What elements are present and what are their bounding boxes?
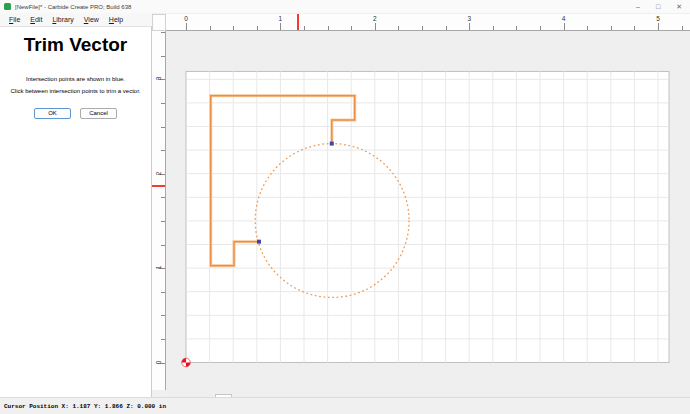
ok-button[interactable]: OK	[34, 108, 71, 119]
ruler-tick	[516, 26, 517, 30]
ruler-tick	[161, 339, 165, 340]
ruler-tick	[161, 245, 165, 246]
app-icon	[4, 3, 11, 10]
ruler-tick	[540, 26, 541, 30]
close-icon[interactable]: ✕	[676, 0, 682, 13]
ruler-label: 3	[155, 73, 162, 85]
window-title: [NewFile]* - Carbide Create PRO; Build 6…	[15, 4, 131, 10]
ruler-tick	[493, 26, 494, 30]
origin-marker-quadrant	[182, 358, 186, 362]
ruler-tick	[161, 103, 165, 104]
stock-area	[186, 71, 669, 362]
ruler-tick	[161, 32, 165, 33]
ruler-label: 4	[562, 15, 566, 22]
horizontal-ruler: 012345	[166, 14, 690, 31]
ruler-tick	[161, 292, 165, 293]
page-title: Trim Vector	[0, 34, 151, 56]
ruler-label: 1	[279, 15, 283, 22]
ruler-label: 2	[373, 15, 377, 22]
ruler-label: 1	[155, 262, 162, 274]
menu-item-view[interactable]: View	[79, 16, 104, 23]
panel-instructions: Intersection points are shown in blue. C…	[0, 73, 151, 97]
ruler-label: 5	[656, 15, 660, 22]
cursor-x-marker	[297, 14, 299, 31]
ruler-tick	[658, 23, 659, 30]
menu-item-library[interactable]: Library	[47, 16, 78, 23]
ruler-corner	[152, 14, 166, 31]
ruler-tick	[611, 26, 612, 30]
maximize-icon[interactable]: □	[656, 0, 660, 13]
ruler-label: 2	[155, 167, 162, 179]
ruler-tick	[328, 26, 329, 30]
design-viewport[interactable]	[166, 31, 690, 397]
ruler-tick	[422, 26, 423, 30]
ruler-tick	[280, 23, 281, 30]
ruler-tick	[186, 23, 187, 30]
ruler-tick	[682, 26, 683, 30]
ruler-tick	[304, 26, 305, 30]
window-controls: – □ ✕	[636, 0, 682, 13]
ruler-tick	[257, 26, 258, 30]
ruler-tick	[446, 26, 447, 30]
intersection-point[interactable]	[257, 240, 261, 244]
ruler-tick	[161, 127, 165, 128]
minimize-icon[interactable]: –	[636, 0, 640, 13]
ruler-tick	[161, 221, 165, 222]
ruler-tick	[634, 26, 635, 30]
trim-vector-panel: Trim Vector Intersection points are show…	[0, 26, 152, 397]
ruler-tick	[587, 26, 588, 30]
ruler-label: 0	[184, 15, 188, 22]
ruler-tick	[161, 315, 165, 316]
menu-item-help[interactable]: Help	[104, 16, 128, 23]
intersection-point[interactable]	[330, 142, 334, 146]
ruler-tick	[161, 150, 165, 151]
ruler-tick	[351, 26, 352, 30]
cursor-y-marker	[152, 185, 166, 187]
vertical-ruler: 0123	[152, 31, 166, 390]
ruler-tick	[564, 23, 565, 30]
cancel-button[interactable]: Cancel	[80, 108, 117, 119]
ruler-tick	[233, 26, 234, 30]
instruction-line-2: Click between intersection points to tri…	[0, 85, 151, 97]
ruler-tick	[375, 23, 376, 30]
ruler-tick	[398, 26, 399, 30]
menu-item-edit[interactable]: Edit	[25, 16, 47, 23]
ruler-label: 0	[155, 356, 162, 368]
canvas-svg	[166, 31, 690, 397]
status-bar: Cursor Position X: 1.187 Y: 1.866 Z: 0.0…	[0, 397, 690, 414]
panel-buttons: OK Cancel	[0, 108, 151, 119]
menu-bar: FileEditLibraryViewHelp	[0, 13, 152, 26]
origin-marker-quadrant	[186, 363, 190, 367]
ruler-tick	[161, 56, 165, 57]
ruler-label: 3	[467, 15, 471, 22]
ruler-tick	[469, 23, 470, 30]
ruler-tick	[210, 26, 211, 30]
ruler-tick	[161, 197, 165, 198]
title-bar: [NewFile]* - Carbide Create PRO; Build 6…	[0, 0, 690, 13]
menu-item-file[interactable]: File	[4, 16, 25, 23]
cursor-position-readout: Cursor Position X: 1.187 Y: 1.866 Z: 0.0…	[4, 403, 166, 410]
instruction-line-1: Intersection points are shown in blue.	[0, 73, 151, 85]
